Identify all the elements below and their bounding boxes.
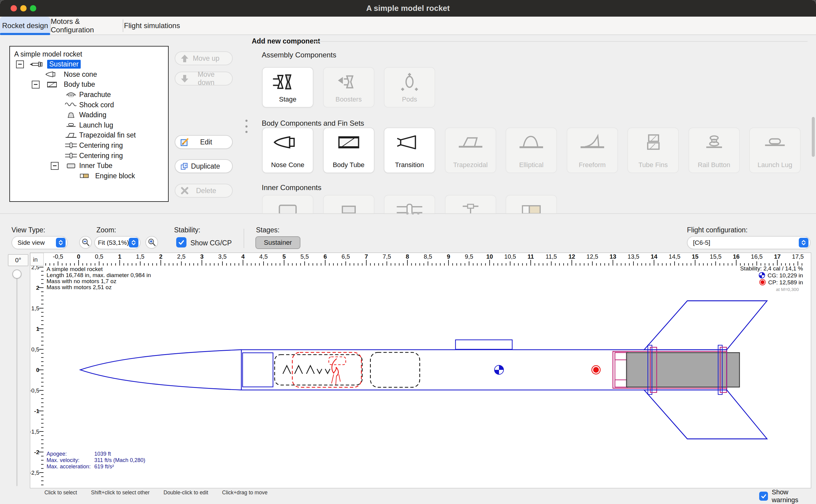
trapezoidal-icon <box>62 131 80 140</box>
tab-rocket-design[interactable]: Rocket design <box>0 17 50 34</box>
tree-item-centering-ring[interactable]: Centering ring <box>62 141 123 150</box>
move-down-icon <box>180 74 189 83</box>
duplicate-icon <box>180 162 188 171</box>
bodytube-icon <box>333 132 364 152</box>
svg-text:1,5: 1,5 <box>136 253 144 260</box>
tree-item-inner-tube[interactable]: Inner Tube <box>62 161 112 170</box>
zoom-out-button[interactable] <box>79 236 92 249</box>
tree-item-label: A simple model rocket <box>14 50 82 58</box>
tree-item-sustainer[interactable]: Sustainer <box>27 60 81 69</box>
tree-item-engine-block[interactable]: Engine block <box>75 171 135 180</box>
svg-text:13,5: 13,5 <box>628 253 640 260</box>
svg-text:2: 2 <box>36 285 39 291</box>
cp-icon <box>759 279 766 286</box>
svg-text:13: 13 <box>610 253 616 260</box>
boosters-icon <box>333 72 364 92</box>
tree-item-centering-ring[interactable]: Centering ring <box>62 151 123 160</box>
tree-item-label: Wadding <box>79 111 106 119</box>
view-type-select[interactable]: Side view <box>11 236 68 249</box>
show-warnings-control: Show warnings <box>759 488 816 504</box>
svg-text:9,5: 9,5 <box>465 253 473 260</box>
tile-stage[interactable]: Stage <box>262 67 313 108</box>
tile-centeringring <box>384 195 435 213</box>
stability-readout: Stability: 2,4 cal / 14,1 % CG: 10,229 i… <box>740 265 803 293</box>
move-up-button: Move up <box>175 51 233 65</box>
title-bar: A simple model rocket <box>0 0 816 17</box>
flight-configuration-select[interactable]: [C6-5] <box>687 236 811 249</box>
svg-text:0,5: 0,5 <box>95 253 103 260</box>
tree-item-nose-cone[interactable]: Nose cone <box>43 70 97 79</box>
tile-label: Stage <box>263 95 313 103</box>
edit-button[interactable]: Edit <box>175 135 233 149</box>
tree-item-trapezoidal-fin-set[interactable]: Trapezoidal fin set <box>62 131 136 140</box>
tree-item-parachute[interactable]: Parachute <box>62 90 111 99</box>
svg-text:7: 7 <box>364 253 368 260</box>
horizontal-splitter-handle[interactable] <box>406 212 419 215</box>
tile-label: Rail Button <box>689 161 739 169</box>
innertube-icon <box>62 161 80 170</box>
zoom-in-button[interactable] <box>145 236 158 249</box>
tree-collapse-toggle[interactable] <box>51 162 59 170</box>
tree-item-wadding[interactable]: Wadding <box>62 111 106 120</box>
component-tree[interactable]: A simple model rocketSustainerNose coneB… <box>9 46 169 202</box>
svg-text:7,5: 7,5 <box>383 253 391 260</box>
tree-item-a-simple-model-rocket[interactable]: A simple model rocket <box>14 50 82 59</box>
tab-separator <box>50 19 51 32</box>
cg-value-line: CG: 10,229 in <box>740 272 803 279</box>
tab-label: Motors & Configuration <box>51 17 122 34</box>
show-warnings-checkbox[interactable] <box>759 492 768 501</box>
stage-toggle-sustainer[interactable]: Sustainer <box>255 236 300 249</box>
tile-elliptical: Elliptical <box>506 128 557 173</box>
svg-text:3: 3 <box>200 253 203 260</box>
bulkhead-icon <box>455 200 486 213</box>
hint-text: Shift+click to select other <box>91 489 150 496</box>
panel-splitter-handle[interactable] <box>245 120 248 133</box>
flight-row: Max. velocity:311 ft/s (Mach 0,280) <box>47 457 145 464</box>
tab-flight-simulations[interactable]: Flight simulations <box>123 17 181 34</box>
svg-text:14: 14 <box>651 253 658 260</box>
duplicate-button[interactable]: Duplicate <box>175 159 233 173</box>
summary-line: A simple model rocket <box>47 266 151 272</box>
tree-item-launch-lug[interactable]: Launch lug <box>62 121 113 130</box>
rotation-slider-track[interactable] <box>16 270 18 486</box>
zoom-level-select[interactable]: Fit (53,1%) <box>94 236 141 249</box>
svg-text:6: 6 <box>323 253 327 260</box>
tree-collapse-toggle[interactable] <box>16 60 24 68</box>
tree-item-label: Trapezoidal fin set <box>79 131 136 139</box>
svg-text:12: 12 <box>568 253 575 260</box>
rocket-canvas[interactable]: -2,5-2-1,5-1-0,500,511,522,5-0,500,511,5… <box>30 253 811 488</box>
svg-text:-2: -2 <box>34 449 39 455</box>
tree-item-body-tube[interactable]: Body tube <box>43 80 95 89</box>
tree-item-shock-cord[interactable]: Shock cord <box>62 100 114 109</box>
button-label: Delete <box>192 187 220 195</box>
svg-text:11: 11 <box>527 253 534 260</box>
tile-body-tube[interactable]: Body Tube <box>323 128 374 173</box>
tile-transition[interactable]: Transition <box>384 128 435 173</box>
tile-pods: Pods <box>384 67 435 108</box>
flight-row: Apogee:1039 ft <box>47 451 145 457</box>
summary-line: Mass with motors 2,51 oz <box>47 284 151 290</box>
rotation-angle-display: 0° <box>8 254 28 266</box>
tile-nose-cone[interactable]: Nose Cone <box>262 128 313 173</box>
tree-item-label: Inner Tube <box>79 162 112 170</box>
flight-label: Max. velocity: <box>47 457 94 464</box>
flight-label: Max. acceleration: <box>47 464 94 470</box>
tile-rail-button: Rail Button <box>688 128 740 173</box>
button-label: Edit <box>192 138 220 146</box>
stages-label: Stages: <box>256 226 280 234</box>
rotation-slider-knob[interactable] <box>12 270 21 279</box>
window-title: A simple model rocket <box>0 0 816 17</box>
summary-line: Length 16,748 in, max. diameter 0,984 in <box>47 272 151 278</box>
centeringring-icon <box>62 151 80 160</box>
tile-tube-fins: Tube Fins <box>627 128 679 173</box>
tree-collapse-toggle[interactable] <box>32 81 40 89</box>
show-cgcp-checkbox[interactable] <box>176 237 186 247</box>
svg-text:10,5: 10,5 <box>504 253 516 260</box>
svg-text:-2,5: -2,5 <box>30 470 39 476</box>
scrollbar-thumb[interactable] <box>812 117 815 157</box>
tile-label: Pods <box>384 95 435 103</box>
hint-text: Click to select <box>44 489 77 496</box>
wadding-icon <box>62 111 80 120</box>
tab-motors-configuration[interactable]: Motors & Configuration <box>51 17 122 34</box>
add-panel-scrollbar[interactable] <box>812 38 815 212</box>
